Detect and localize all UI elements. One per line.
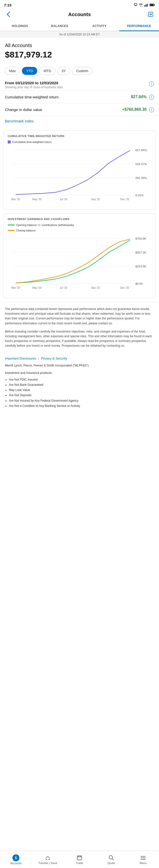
- period-3y[interactable]: 3Y: [57, 67, 70, 75]
- legal-bullet-5: Are Not Insured by Any Federal Governmen…: [9, 398, 154, 403]
- quote-icon: [108, 855, 114, 861]
- chart-earnings-legend-2: Closing balance: [8, 229, 151, 232]
- date-range: From 03/12/2020 to 12/03/2020 Showing pr…: [0, 78, 159, 90]
- disclaimer-section: The performance data contained herein re…: [0, 302, 159, 353]
- svg-text:Sep '20: Sep '20: [91, 286, 100, 289]
- chart-cumulative-svg: 827.84% 554.57% 281.30% 8.02% Mar '20 Ma…: [8, 146, 151, 204]
- chart-earnings-title: INVESTMENT EARNINGS AND CASHFLOWS: [8, 218, 151, 220]
- status-bar: 7:15: [0, 0, 159, 9]
- legal-bullet-1: Are Not FDIC Insured: [9, 377, 154, 382]
- tab-balances[interactable]: BALANCES: [40, 21, 80, 31]
- svg-rect-0: [134, 3, 137, 5]
- tab-performance[interactable]: PERFORMANCE: [119, 21, 159, 31]
- svg-text:$507.2K: $507.2K: [135, 251, 146, 254]
- privacy-security-link[interactable]: Privacy & Security: [41, 356, 67, 360]
- nav-transfer-label: Transfer | Send: [38, 862, 57, 865]
- svg-text:281.30%: 281.30%: [135, 176, 147, 179]
- menu-icon: [140, 855, 146, 861]
- date-range-subtitle: Showing prior day of close-of-business d…: [5, 86, 147, 89]
- nav-trade[interactable]: Trade: [63, 851, 96, 868]
- period-max[interactable]: Max: [5, 67, 20, 75]
- as-of-bar: As of 12/04/2020 10:15 AM ET: [0, 31, 159, 38]
- status-time: 7:15: [4, 3, 11, 7]
- nav-menu[interactable]: Menu: [127, 851, 159, 868]
- nav-accounts[interactable]: $ Accounts: [0, 851, 32, 868]
- period-ytd[interactable]: YTD: [22, 67, 37, 75]
- account-label: All Accounts: [5, 42, 154, 48]
- svg-rect-7: [150, 4, 154, 6]
- tab-activity[interactable]: ACTIVITY: [80, 21, 119, 31]
- svg-text:Dec '20: Dec '20: [120, 286, 129, 289]
- period-custom[interactable]: Custom: [72, 67, 92, 75]
- metric-row-cumulative: Cumulative time-weighted return 827.84% …: [0, 90, 159, 103]
- legal-firm-name: Merrill Lynch, Pierce, Fenner & Smith In…: [5, 363, 154, 368]
- chart-cumulative-container: 827.84% 554.57% 281.30% 8.02% Mar '20 Ma…: [8, 146, 151, 205]
- wifi-icon: [139, 3, 143, 7]
- svg-text:Dec '20: Dec '20: [120, 198, 129, 201]
- legal-bullet-2: Are Not Bank Guaranteed: [9, 382, 154, 387]
- battery-icon: [150, 3, 155, 6]
- metric-cumulative-info-icon[interactable]: i: [149, 95, 154, 100]
- header: Accounts: [0, 9, 159, 21]
- bottom-navigation: $ Accounts Transfer | Send Trade Quote M…: [0, 851, 159, 868]
- status-icons: [134, 3, 155, 7]
- svg-rect-4: [145, 4, 146, 7]
- legend-label-closing: Closing balance: [16, 229, 35, 232]
- legal-bullet-3: May Lose Value: [9, 388, 154, 393]
- links-divider: |: [38, 356, 39, 360]
- as-of-text: As of 12/04/2020 10:15 AM ET: [59, 33, 100, 36]
- svg-text:554.57%: 554.57%: [135, 162, 147, 165]
- svg-text:$760.9K: $760.9K: [135, 237, 146, 240]
- legal-bullets: Are Not FDIC Insured Are Not Bank Guaran…: [5, 377, 154, 408]
- tab-navigation: HOLDINGS BALANCES ACTIVITY PERFORMANCE: [0, 21, 159, 31]
- date-range-info-icon[interactable]: i: [149, 81, 154, 86]
- chart-card-cumulative: CUMULATIVE TIME-WEIGHTED RETURN Cumulati…: [3, 130, 156, 209]
- signal-icon: [144, 3, 149, 7]
- legend-color-cumulative: [8, 141, 11, 144]
- benchmark-section: Benchmark index: [0, 116, 159, 126]
- metric-cumulative-value: 827.84%: [131, 95, 147, 99]
- benchmark-link[interactable]: Benchmark index: [5, 119, 34, 123]
- svg-rect-1: [135, 5, 136, 6]
- svg-text:May '20: May '20: [32, 286, 42, 289]
- notification-icon: [134, 3, 138, 7]
- trade-icon: [76, 855, 83, 861]
- svg-rect-8: [154, 4, 155, 5]
- legal-section: Merrill Lynch, Pierce, Fenner & Smith In…: [0, 362, 159, 413]
- tab-holdings[interactable]: HOLDINGS: [0, 21, 40, 31]
- nav-quote[interactable]: Quote: [96, 851, 127, 868]
- metric-dollar-info-icon[interactable]: i: [149, 107, 154, 112]
- transfer-icon: [45, 855, 51, 861]
- metric-dollar-label: Change in dollar value: [5, 107, 122, 112]
- svg-text:$253.6K: $253.6K: [135, 265, 146, 268]
- account-value: $817,979.12: [5, 50, 154, 59]
- svg-point-2: [141, 6, 141, 7]
- chart-card-earnings: INVESTMENT EARNINGS AND CASHFLOWS Openin…: [3, 213, 156, 298]
- nav-transfer[interactable]: Transfer | Send: [32, 851, 63, 868]
- svg-rect-37: [77, 856, 82, 860]
- important-disclosures-link[interactable]: Important Disclosures: [5, 356, 36, 360]
- chart-earnings-legend-1: Opening balance +/- contributions (withd…: [8, 223, 151, 226]
- svg-text:Mar '20: Mar '20: [11, 286, 20, 289]
- chart-cumulative-legend: Cumulative time-weighted return: [8, 141, 151, 144]
- svg-text:Sep '20: Sep '20: [91, 198, 100, 201]
- period-mtd[interactable]: MTD: [39, 67, 55, 75]
- disclaimer-paragraph-1: The performance data contained herein re…: [5, 307, 154, 326]
- back-button[interactable]: [4, 10, 13, 19]
- chart-earnings-container: $760.9K $507.2K $253.6K $0.00 Mar '20 Ma…: [8, 235, 151, 293]
- nav-trade-label: Trade: [76, 862, 83, 865]
- nav-menu-label: Menu: [140, 862, 147, 865]
- legend-color-closing: [8, 230, 15, 231]
- svg-text:Jul '20: Jul '20: [60, 198, 68, 201]
- metric-row-dollar: Change in dollar value +$760,860.30 i: [0, 103, 159, 116]
- legal-bullet-6: Are Not a Condition to Any Banking Servi…: [9, 404, 154, 408]
- legend-label-cumulative: Cumulative time-weighted return: [12, 141, 51, 144]
- metric-cumulative-label: Cumulative time-weighted return: [5, 95, 131, 99]
- chart-earnings-svg: $760.9K $507.2K $253.6K $0.00 Mar '20 Ma…: [8, 235, 151, 292]
- share-button[interactable]: [146, 10, 155, 19]
- chart-cumulative-title: CUMULATIVE TIME-WEIGHTED RETURN: [8, 134, 151, 137]
- legend-label-opening: Opening balance +/- contributions (withd…: [16, 223, 74, 226]
- svg-text:$0.00: $0.00: [135, 282, 143, 285]
- svg-line-39: [112, 859, 113, 860]
- accounts-circle-icon: $: [12, 855, 19, 861]
